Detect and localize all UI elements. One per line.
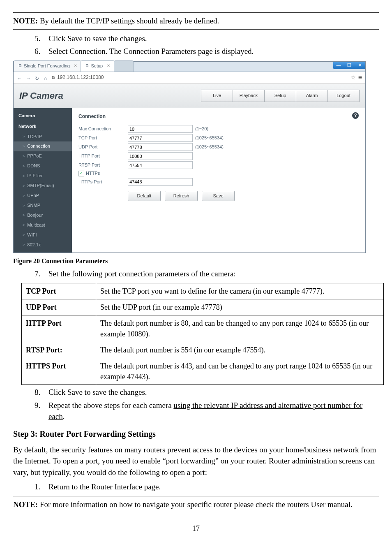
port-name: HTTPS Port <box>22 358 96 385</box>
sidebar-item-tcpip[interactable]: TCP/IP <box>14 132 72 142</box>
step-heading: Step 3: Router Port Forwarding Settings <box>13 428 379 440</box>
list-item: 5. Click Save to save the changes. <box>35 33 379 44</box>
sidebar-item-connection[interactable]: Connection <box>14 141 72 151</box>
hint: (1~20) <box>195 126 208 132</box>
tab-title: Setup <box>91 63 103 70</box>
table-row: HTTP PortThe default port number is 80, … <box>22 315 384 342</box>
list-num: 8. <box>35 387 48 398</box>
list-text: Click Save to save the changes. <box>48 33 379 44</box>
sidebar-item-8021x[interactable]: 802.1x <box>14 240 72 250</box>
save-button[interactable]: Save <box>202 191 235 201</box>
button-row: Default Refresh Save <box>128 191 359 201</box>
input-udp-port[interactable] <box>128 143 193 151</box>
ordered-list: 8. Click Save to save the changes. 9. Re… <box>13 387 379 422</box>
port-desc: Set the UDP port (in our example 47778) <box>96 299 384 315</box>
sidebar-item-ipfilter[interactable]: IP Filter <box>14 171 72 181</box>
close-button[interactable]: ✕ <box>355 62 365 69</box>
note-label: NOTE: <box>13 500 38 509</box>
minimize-button[interactable]: — <box>333 62 344 69</box>
app-header: IP Camera Live Playback Setup Alarm Logo… <box>14 84 365 108</box>
home-icon[interactable]: ⌂ <box>44 75 49 80</box>
input-max-connection[interactable] <box>128 125 193 133</box>
note-box: NOTE: By default the TCP/IP settings sho… <box>13 12 379 30</box>
list-text: Set the following port connection parame… <box>48 268 379 280</box>
bookmark-icon[interactable]: ☆ <box>350 73 356 81</box>
ordered-list: 5. Click Save to save the changes. 6. Se… <box>13 33 379 57</box>
sidebar-section-network[interactable]: Network <box>14 121 72 132</box>
browser-url-bar: ← → ↻ ⌂ 🗎192.168.1.122:10080 ☆ ≡ <box>14 72 365 84</box>
url-text[interactable]: 🗎192.168.1.122:10080 <box>49 74 350 81</box>
sidebar-item-multicast[interactable]: Multicast <box>14 220 72 230</box>
sidebar: Camera Network TCP/IP Connection PPPoE D… <box>14 108 72 253</box>
paragraph: By default, the security features on man… <box>13 444 379 478</box>
panel-title: Connection <box>78 113 359 120</box>
list-item: 9. Repeat the above steps for each camer… <box>35 400 379 422</box>
hint: (1025~65534) <box>195 135 224 141</box>
hint: (1025~65534) <box>195 144 224 151</box>
sidebar-item-upnp[interactable]: UPnP <box>14 191 72 201</box>
maximize-button[interactable]: ❐ <box>344 62 355 69</box>
app-nav: Live Playback Setup Alarm Logout <box>201 90 360 102</box>
nav-setup[interactable]: Setup <box>264 90 296 102</box>
label-tcp-port: TCP Port <box>78 135 128 141</box>
close-tab-icon[interactable]: × <box>74 62 77 70</box>
close-tab-icon[interactable]: × <box>107 62 110 70</box>
list-item: 7. Set the following port connection par… <box>35 268 379 280</box>
input-https-port[interactable] <box>128 178 193 186</box>
sidebar-item-smtp[interactable]: SMTP(Email) <box>14 181 72 191</box>
list-num: 9. <box>35 400 48 422</box>
ordered-list: 7. Set the following port connection par… <box>13 268 379 280</box>
page-number: 17 <box>13 523 379 534</box>
note-text: For more information on how to navigate … <box>38 500 353 509</box>
new-tab-area[interactable] <box>114 60 134 72</box>
app-body: Camera Network TCP/IP Connection PPPoE D… <box>14 108 365 253</box>
browser-tab[interactable]: 🗎 Single Port Forwarding × <box>14 60 81 72</box>
note-text: By default the TCP/IP settings should al… <box>38 16 219 25</box>
table-row: HTTPS PortThe default port number is 443… <box>22 358 384 385</box>
back-icon[interactable]: ← <box>17 75 22 80</box>
list-num: 5. <box>35 33 48 44</box>
refresh-button[interactable]: Refresh <box>165 191 198 201</box>
ports-table: TCP PortSet the TCP port you want to def… <box>21 283 384 385</box>
nav-playback[interactable]: Playback <box>233 90 265 102</box>
list-text: Select Connection. The Connection Parame… <box>48 46 379 57</box>
forward-icon[interactable]: → <box>26 75 31 80</box>
label-http-port: HTTP Port <box>78 153 128 160</box>
list-num: 6. <box>35 46 48 57</box>
tab-title: Single Port Forwarding <box>24 63 70 70</box>
list-item: 1. Return to the Router Interface page. <box>35 481 379 493</box>
port-desc: The default port number is 554 (in our e… <box>96 342 384 358</box>
list-text: Click Save to save the changes. <box>48 387 379 398</box>
port-desc: Set the TCP port you want to define for … <box>96 283 384 299</box>
menu-icon[interactable]: ≡ <box>358 73 362 82</box>
sidebar-item-ddns[interactable]: DDNS <box>14 161 72 171</box>
sidebar-item-bonjour[interactable]: Bonjour <box>14 211 72 220</box>
help-icon[interactable]: ? <box>352 112 359 119</box>
port-name: HTTP Port <box>22 315 96 342</box>
sidebar-item-pppoe[interactable]: PPPoE <box>14 151 72 161</box>
label-max-connection: Max Connection <box>78 126 128 132</box>
port-name: TCP Port <box>22 283 96 299</box>
label-https: HTTPs <box>86 170 100 177</box>
list-item: 6. Select Connection. The Connection Par… <box>35 46 379 57</box>
sidebar-item-wifi[interactable]: WIFI <box>14 230 72 240</box>
list-num: 7. <box>35 268 48 280</box>
sidebar-section-camera[interactable]: Camera <box>14 111 72 121</box>
nav-live[interactable]: Live <box>201 90 233 102</box>
input-tcp-port[interactable] <box>128 134 193 142</box>
default-button[interactable]: Default <box>128 191 161 201</box>
note-label: NOTE: <box>13 16 38 25</box>
https-checkbox[interactable]: ✓ <box>78 171 84 176</box>
reload-icon[interactable]: ↻ <box>35 75 40 80</box>
input-rtsp-port[interactable] <box>128 161 193 169</box>
nav-logout[interactable]: Logout <box>327 90 360 102</box>
nav-alarm[interactable]: Alarm <box>296 90 328 102</box>
input-http-port[interactable] <box>128 152 193 160</box>
label-rtsp-port: RTSP Port <box>78 162 128 169</box>
note-box: NOTE: For more information on how to nav… <box>13 496 379 513</box>
list-num: 1. <box>35 481 48 493</box>
sidebar-item-snmp[interactable]: SNMP <box>14 201 72 211</box>
list-item: 8. Click Save to save the changes. <box>35 387 379 398</box>
list-text: Repeat the above steps for each camera u… <box>48 400 379 422</box>
browser-tab[interactable]: 🗎 Setup × <box>81 60 114 72</box>
